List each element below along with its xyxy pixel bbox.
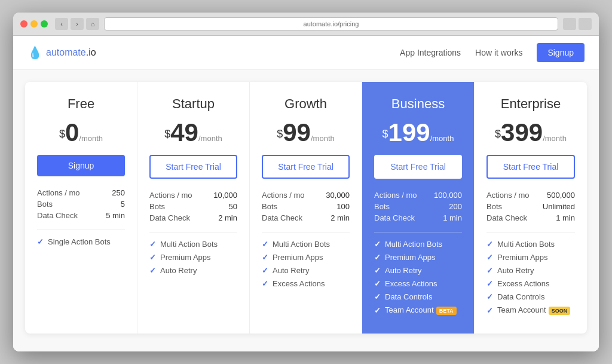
stat-row: BotsUnlimited <box>486 202 575 211</box>
more-button[interactable] <box>579 18 592 30</box>
plan-enterprise-features: ✓Multi Action Bots✓Premium Apps✓Auto Ret… <box>486 240 575 315</box>
divider <box>37 230 125 230</box>
address-bar[interactable]: automate.io/pricing <box>104 17 558 30</box>
feature-item: ✓Excess Actions <box>262 279 350 288</box>
nav-how-it-works[interactable]: How it works <box>475 48 522 57</box>
feature-item: ✓Auto Retry <box>262 266 350 275</box>
feature-text: Multi Action Bots <box>273 240 330 249</box>
close-window-icon[interactable] <box>20 20 27 27</box>
plan-enterprise-price: $399/month <box>486 120 575 145</box>
maximize-window-icon[interactable] <box>41 20 48 27</box>
plan-business-name: Business <box>374 96 462 112</box>
stat-value: 200 <box>449 202 462 211</box>
stat-value: 1 min <box>443 213 462 222</box>
stat-value: Unlimited <box>543 202 575 211</box>
plan-business-features: ✓Multi Action Bots✓Premium Apps✓Auto Ret… <box>374 240 462 315</box>
feature-badge: SOON <box>549 307 571 315</box>
feature-badge: BETA <box>436 307 457 315</box>
plan-startup-features: ✓Multi Action Bots✓Premium Apps✓Auto Ret… <box>149 240 237 275</box>
plan-startup-cta-button[interactable]: Start Free Trial <box>149 155 237 179</box>
browser-navigation: ‹ › ⌂ <box>55 18 99 30</box>
plan-free-cta-button[interactable]: Signup <box>37 155 125 176</box>
feature-text: Auto Retry <box>497 266 534 275</box>
plan-growth-features: ✓Multi Action Bots✓Premium Apps✓Auto Ret… <box>262 240 350 288</box>
stat-value: 2 min <box>218 213 237 222</box>
plan-free-name: Free <box>37 96 125 112</box>
stat-label: Bots <box>37 200 53 209</box>
checkmark-icon: ✓ <box>149 266 156 275</box>
plan-free-period: /month <box>79 134 103 143</box>
plan-startup-period: /month <box>198 134 222 143</box>
plan-business-amount: 199 <box>388 118 430 146</box>
share-button[interactable] <box>563 18 576 30</box>
stat-row: Actions / mo10,000 <box>149 191 237 200</box>
plan-growth: Growth $99/month Start Free TrialActions… <box>250 82 362 334</box>
stat-row: Bots200 <box>374 202 462 211</box>
stat-value: 1 min <box>556 213 575 222</box>
plan-growth-currency: $ <box>277 128 283 140</box>
feature-item: ✓Auto Retry <box>374 266 462 275</box>
checkmark-icon: ✓ <box>374 279 381 288</box>
feature-item: ✓Single Action Bots <box>37 237 125 246</box>
pricing-grid: Free $0/month SignupActions / mo250Bots5… <box>25 82 587 334</box>
feature-item: ✓Excess Actions <box>374 279 462 288</box>
plan-startup-stats: Actions / mo10,000Bots50Data Check2 min <box>149 191 237 222</box>
plan-enterprise-name: Enterprise <box>486 96 575 112</box>
plan-growth-stats: Actions / mo30,000Bots100Data Check2 min <box>262 191 350 222</box>
feature-item: ✓Premium Apps <box>262 253 350 262</box>
feature-text: Auto Retry <box>273 266 309 275</box>
pricing-section: Free $0/month SignupActions / mo250Bots5… <box>13 70 599 351</box>
stat-label: Data Check <box>486 213 527 222</box>
stat-value: 10,000 <box>213 191 237 200</box>
nav-app-integrations[interactable]: App Integrations <box>400 48 461 57</box>
plan-enterprise-stats: Actions / mo500,000BotsUnlimitedData Che… <box>486 191 575 222</box>
stat-row: Actions / mo250 <box>37 188 125 197</box>
plan-startup-currency: $ <box>164 128 170 140</box>
stat-value: 100,000 <box>434 191 462 200</box>
forward-button[interactable]: › <box>71 18 84 30</box>
stat-label: Actions / mo <box>149 191 192 200</box>
plan-startup: Startup $49/month Start Free TrialAction… <box>137 82 250 334</box>
checkmark-icon: ✓ <box>374 266 381 275</box>
feature-item: ✓Excess Actions <box>486 279 575 288</box>
plan-growth-period: /month <box>311 134 335 143</box>
checkmark-icon: ✓ <box>149 253 156 262</box>
plan-business-stats: Actions / mo100,000Bots200Data Check1 mi… <box>374 191 462 222</box>
plan-business-period: /month <box>430 134 454 143</box>
back-button[interactable]: ‹ <box>55 18 68 30</box>
stat-label: Data Check <box>37 211 78 220</box>
plan-enterprise: Enterprise $399/month Start Free TrialAc… <box>475 82 587 334</box>
plan-business-cta-button[interactable]: Start Free Trial <box>374 155 462 179</box>
plan-enterprise-amount: 399 <box>501 118 543 146</box>
feature-item: ✓Premium Apps <box>149 253 237 262</box>
plan-enterprise-period: /month <box>543 134 567 143</box>
address-text: automate.io/pricing <box>304 20 359 27</box>
home-button[interactable]: ⌂ <box>86 18 99 30</box>
feature-item: ✓Multi Action Bots <box>149 240 237 249</box>
stat-value: 500,000 <box>547 191 575 200</box>
checkmark-icon: ✓ <box>149 240 156 249</box>
plan-startup-price: $49/month <box>149 120 237 145</box>
plan-growth-cta-button[interactable]: Start Free Trial <box>262 155 350 179</box>
plan-free-currency: $ <box>59 128 65 140</box>
minimize-window-icon[interactable] <box>30 20 38 27</box>
stat-row: Data Check2 min <box>149 213 237 222</box>
divider <box>486 232 575 233</box>
navbar: 💧 automate.io App Integrations How it wo… <box>13 36 599 70</box>
checkmark-icon: ✓ <box>262 253 268 262</box>
feature-text: Auto Retry <box>160 266 197 275</box>
stat-label: Actions / mo <box>262 191 305 200</box>
stat-value: 250 <box>112 188 125 197</box>
plan-enterprise-cta-button[interactable]: Start Free Trial <box>486 155 575 179</box>
feature-text: Auto Retry <box>385 266 421 275</box>
checkmark-icon: ✓ <box>262 266 268 275</box>
feature-text: Premium Apps <box>385 253 436 262</box>
stat-label: Bots <box>149 202 165 211</box>
stat-label: Bots <box>486 202 502 211</box>
browser-action-buttons <box>563 18 592 30</box>
stat-label: Data Check <box>262 213 302 222</box>
stat-row: Bots100 <box>262 202 350 211</box>
nav-signup-button[interactable]: Signup <box>537 43 585 62</box>
feature-item: ✓Data Controls <box>374 292 462 301</box>
stat-row: Actions / mo30,000 <box>262 191 350 200</box>
